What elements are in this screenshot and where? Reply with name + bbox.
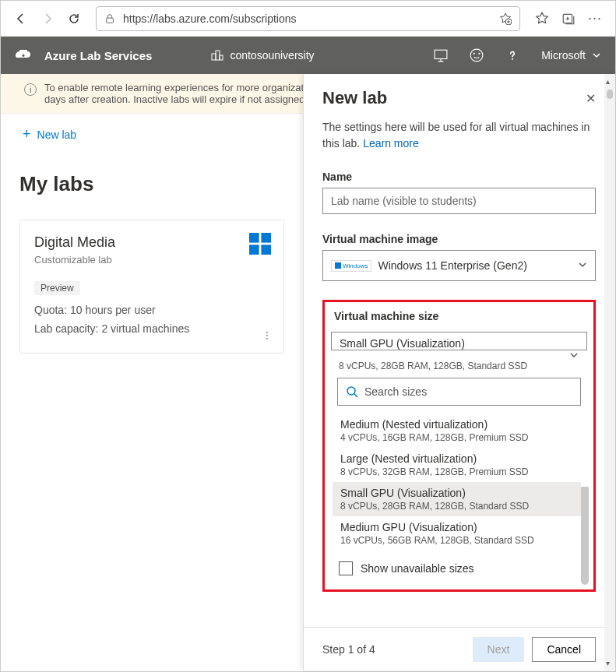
- address-bar[interactable]: https://labs.azure.com/subscriptions: [96, 6, 520, 31]
- new-lab-label: New lab: [37, 128, 77, 141]
- next-button[interactable]: Next: [473, 637, 525, 662]
- chevron-down-icon: [569, 350, 579, 362]
- new-lab-panel: New lab ✕ The settings here will be used…: [303, 74, 614, 670]
- size-option-name: Medium GPU (Visualization): [340, 521, 578, 533]
- lock-icon: [104, 13, 115, 24]
- url-text: https://labs.azure.com/subscriptions: [123, 12, 491, 25]
- name-label: Name: [322, 171, 596, 183]
- size-selected-value: Small GPU (Visualization): [340, 337, 579, 350]
- size-option-spec: 16 vCPUs, 56GB RAM, 128GB, Standard SSD: [340, 535, 578, 546]
- size-selected-spec: 8 vCPUs, 28GB RAM, 128GB, Standard SSD: [331, 358, 587, 371]
- svg-rect-3: [212, 54, 216, 60]
- refresh-button[interactable]: [63, 8, 85, 30]
- org-switcher[interactable]: contosouniversity: [211, 49, 314, 62]
- windows-icon: [249, 233, 271, 257]
- size-option-name: Medium (Nested virtualization): [340, 418, 578, 431]
- vm-size-section: Virtual machine size Small GPU (Visualiz…: [322, 300, 596, 592]
- windows-badge-icon: Windows: [331, 260, 371, 272]
- size-option-spec: 8 vCPUs, 28GB RAM, 128GB, Standard SSD: [340, 501, 578, 512]
- size-option-name: Small GPU (Visualization): [340, 487, 578, 499]
- image-value: Windows 11 Enterprise (Gen2): [378, 259, 526, 272]
- org-name: contosouniversity: [230, 49, 314, 62]
- learn-more-link[interactable]: Learn more: [363, 137, 419, 150]
- lab-meta: Quota: 10 hours per user Lab capacity: 2…: [34, 301, 269, 339]
- svg-rect-0: [107, 18, 114, 23]
- size-option-spec: 8 vCPUs, 32GB RAM, 128GB, Premium SSD: [340, 466, 578, 477]
- plus-icon: +: [23, 126, 31, 142]
- size-option[interactable]: Medium GPU (Visualization)16 vCPUs, 56GB…: [333, 516, 586, 551]
- scroll-down-icon[interactable]: ▾: [606, 659, 610, 667]
- show-unavailable-label: Show unavailable sizes: [361, 562, 474, 575]
- svg-rect-11: [261, 233, 271, 243]
- forward-button[interactable]: [37, 8, 58, 30]
- browser-toolbar: https://labs.azure.com/subscriptions ···: [1, 1, 615, 37]
- svg-rect-13: [261, 245, 271, 255]
- show-unavailable-row[interactable]: Show unavailable sizes: [331, 551, 587, 579]
- size-option[interactable]: Small GPU (Visualization)8 vCPUs, 28GB R…: [333, 482, 586, 516]
- scroll-up-icon[interactable]: ▴: [606, 77, 610, 86]
- monitor-icon[interactable]: [434, 48, 448, 62]
- azure-logo-icon: [15, 50, 30, 61]
- help-icon[interactable]: [505, 48, 519, 62]
- size-dropdown[interactable]: Small GPU (Visualization): [331, 332, 587, 350]
- user-name: Microsoft: [541, 49, 586, 62]
- user-menu[interactable]: Microsoft: [541, 49, 601, 62]
- chevron-down-icon: [578, 259, 587, 272]
- size-option[interactable]: Medium (Nested virtualization)4 vCPUs, 1…: [333, 413, 586, 448]
- svg-point-7: [470, 49, 483, 62]
- search-placeholder: Search sizes: [364, 385, 427, 398]
- image-label: Virtual machine image: [322, 233, 596, 245]
- size-label: Virtual machine size: [331, 310, 587, 327]
- preview-badge: Preview: [34, 281, 80, 295]
- svg-point-8: [473, 53, 475, 55]
- size-search-input[interactable]: Search sizes: [337, 378, 581, 406]
- image-dropdown[interactable]: Windows Windows 11 Enterprise (Gen2): [322, 250, 596, 281]
- favorites-icon[interactable]: [531, 8, 553, 30]
- close-icon[interactable]: ✕: [586, 91, 596, 106]
- show-unavailable-checkbox[interactable]: [339, 561, 353, 575]
- panel-footer: Step 1 of 4 Next Cancel: [304, 627, 614, 670]
- panel-title: New lab: [322, 88, 387, 108]
- svg-rect-6: [435, 50, 447, 58]
- azure-header: Azure Lab Services contosouniversity Mic…: [1, 37, 615, 74]
- panel-scrollbar[interactable]: ▴ ▾: [604, 74, 615, 670]
- org-icon: [211, 49, 224, 62]
- chevron-down-icon: [592, 51, 601, 60]
- panel-description: The settings here will be used for all v…: [322, 119, 596, 152]
- svg-rect-10: [249, 233, 259, 243]
- card-menu-button[interactable]: ···: [262, 331, 274, 340]
- svg-rect-5: [220, 55, 223, 60]
- svg-point-9: [478, 53, 480, 55]
- size-option-name: Large (Nested virtualization): [340, 452, 578, 465]
- lab-card-title: Digital Media: [34, 234, 269, 251]
- scrollbar[interactable]: [581, 421, 589, 585]
- cancel-button[interactable]: Cancel: [532, 637, 596, 662]
- svg-rect-12: [249, 245, 259, 255]
- size-list: Medium (Nested virtualization)4 vCPUs, 1…: [333, 413, 586, 551]
- info-icon: i: [24, 83, 37, 96]
- scroll-thumb[interactable]: [607, 90, 613, 99]
- add-favorite-icon[interactable]: [499, 12, 512, 25]
- feedback-icon[interactable]: [470, 48, 484, 62]
- svg-rect-4: [216, 51, 220, 60]
- lab-name-input[interactable]: [322, 188, 596, 214]
- back-button[interactable]: [10, 8, 32, 30]
- collections-icon[interactable]: [558, 8, 579, 30]
- product-name[interactable]: Azure Lab Services: [44, 49, 152, 62]
- browser-menu-icon[interactable]: ···: [584, 8, 606, 30]
- svg-rect-14: [335, 262, 341, 269]
- lab-card-subtitle: Customizable lab: [34, 254, 269, 266]
- lab-card[interactable]: Digital Media Customizable lab Preview Q…: [19, 220, 284, 354]
- step-indicator: Step 1 of 4: [322, 643, 375, 656]
- svg-point-15: [347, 387, 355, 395]
- size-option-spec: 4 vCPUs, 16GB RAM, 128GB, Premium SSD: [340, 432, 578, 443]
- size-option[interactable]: Large (Nested virtualization)8 vCPUs, 32…: [333, 448, 586, 482]
- search-icon: [346, 385, 358, 398]
